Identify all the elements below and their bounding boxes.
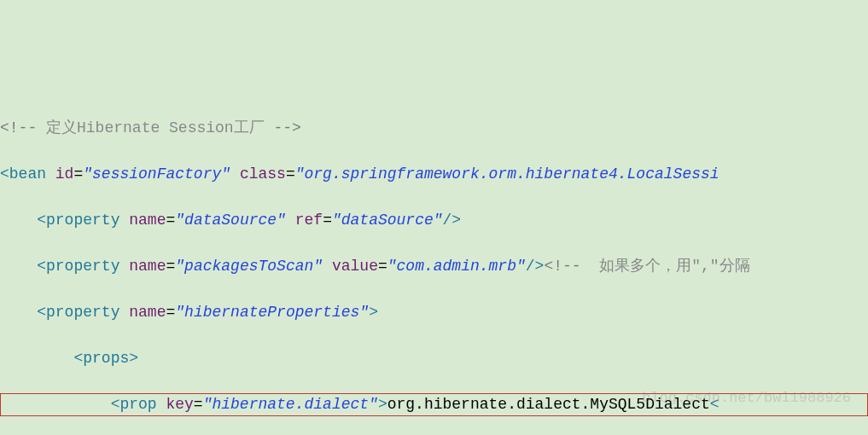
code-line: <props> [0,347,868,370]
code-line: <!-- 定义Hibernate Session工厂 --> [0,117,868,140]
xml-comment-text: 定义Hibernate Session工厂 [46,119,265,136]
tag-bean-open: <bean [0,165,55,183]
code-line: <property name="hibernateProperties"> [0,301,868,324]
code-line: <property name="dataSource" ref="dataSou… [0,209,868,232]
tag-props-open: <props> [73,350,138,367]
code-line: <bean id="sessionFactory" class="org.spr… [0,163,868,186]
xml-comment: <!-- [0,119,46,136]
xml-code-editor[interactable]: <!-- 定义Hibernate Session工厂 --> <bean id=… [0,92,868,435]
code-line-highlighted-box: <prop key="hibernate.dialect">org.hibern… [0,393,868,416]
code-line: <property name="packagesToScan" value="c… [0,255,868,278]
